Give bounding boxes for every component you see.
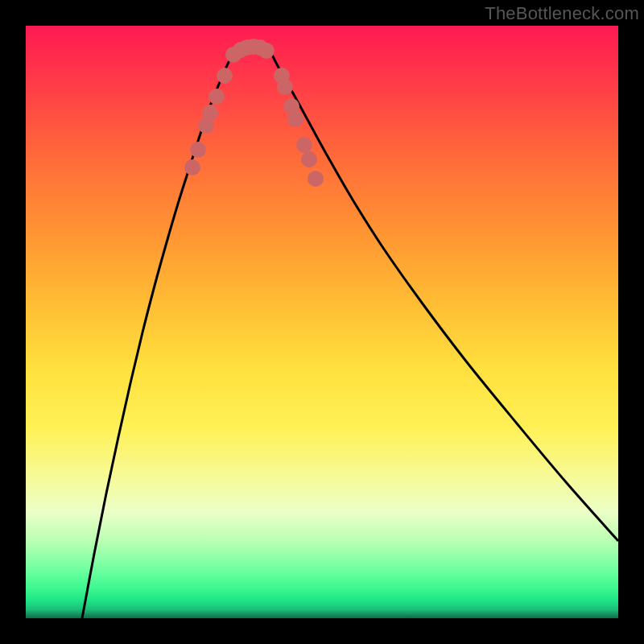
data-marker	[301, 151, 317, 167]
data-marker	[258, 43, 275, 59]
data-marker	[296, 137, 312, 153]
data-marker	[202, 105, 218, 121]
data-marker	[308, 171, 324, 187]
bottleneck-curve	[82, 51, 618, 618]
chart-frame: TheBottleneck.com	[0, 0, 644, 644]
chart-svg	[26, 26, 618, 618]
data-marker	[287, 111, 303, 127]
data-marker	[277, 79, 293, 95]
data-marker	[208, 89, 225, 105]
data-marker	[190, 142, 206, 158]
data-marker	[217, 68, 233, 84]
watermark-text: TheBottleneck.com	[485, 3, 639, 24]
data-marker	[184, 159, 200, 175]
curve-group	[82, 51, 618, 618]
plot-area	[26, 26, 618, 618]
